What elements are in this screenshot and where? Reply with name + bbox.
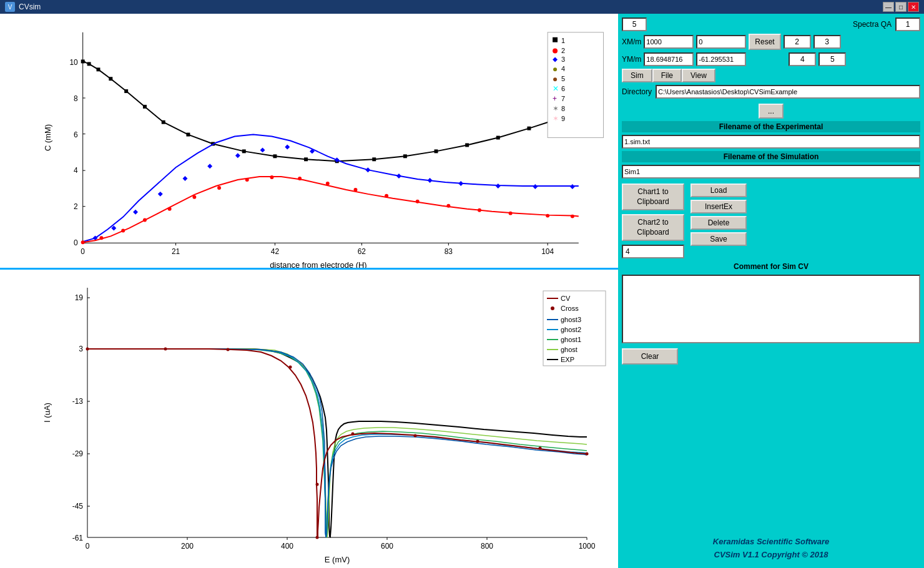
svg-text:21: 21 [172, 247, 180, 256]
svg-point-69 [143, 218, 147, 222]
svg-point-77 [353, 188, 357, 192]
maximize-button[interactable]: □ [895, 2, 907, 12]
chart-num-input[interactable] [622, 245, 684, 258]
svg-point-82 [509, 212, 513, 215]
reset-button[interactable]: Reset [749, 34, 780, 50]
ym-value1-input[interactable] [644, 52, 694, 66]
browse-button[interactable]: ... [759, 104, 784, 119]
svg-text:-61: -61 [72, 534, 84, 542]
svg-text:✕: ✕ [553, 84, 559, 93]
svg-text:2: 2 [74, 202, 78, 211]
spectra-input[interactable] [622, 17, 647, 31]
spectra-qa-label: Spectra QA [853, 20, 892, 29]
num3-input[interactable] [813, 35, 841, 49]
svg-text:4: 4 [561, 65, 565, 72]
svg-point-66 [81, 240, 85, 244]
svg-text:0: 0 [74, 238, 78, 247]
svg-text:6: 6 [74, 130, 78, 139]
svg-point-132 [164, 348, 167, 351]
svg-text:✶: ✶ [553, 104, 559, 113]
chart-top: 0 2 4 6 8 10 C (mM) [0, 14, 618, 270]
svg-text:-29: -29 [72, 449, 84, 458]
svg-text:7: 7 [561, 95, 565, 102]
svg-text:5: 5 [561, 75, 565, 82]
svg-text:1000: 1000 [579, 542, 596, 551]
chart2-svg: 19 3 -13 -29 -45 -61 I (uA) 0 [0, 270, 618, 568]
svg-rect-41 [372, 157, 376, 161]
num5-input[interactable] [818, 52, 846, 66]
svg-point-136 [316, 536, 319, 539]
svg-rect-45 [496, 136, 500, 140]
svg-text:ghost: ghost [561, 346, 578, 353]
svg-text:600: 600 [381, 542, 393, 551]
svg-rect-37 [242, 149, 246, 153]
xm-value1-input[interactable] [644, 35, 694, 49]
right-panel: Spectra QA XM/m Reset YM/m Sim File V [618, 14, 924, 568]
spectra-qa-input[interactable] [895, 17, 920, 31]
ym-label: YM/m [622, 55, 641, 64]
num2-input[interactable] [784, 35, 811, 49]
directory-input[interactable] [656, 85, 920, 99]
insert-ex-button[interactable]: InsertEx [691, 200, 747, 213]
svg-text:800: 800 [481, 542, 493, 551]
comment-label: Comment for Sim CV [622, 261, 920, 272]
menu-view[interactable]: View [682, 69, 715, 82]
svg-text:8: 8 [74, 94, 78, 103]
svg-rect-32 [124, 89, 128, 93]
experimental-header: Filename of the Experimental [622, 121, 920, 132]
chart1-svg: 0 2 4 6 8 10 C (mM) [0, 14, 618, 268]
experimental-filename-input[interactable] [622, 135, 920, 149]
minimize-button[interactable]: — [883, 2, 894, 12]
footer-line2: CVSim V1.1 Copyright © 2018 [622, 549, 920, 562]
svg-point-79 [416, 200, 420, 203]
svg-rect-34 [162, 120, 165, 124]
simulation-filename-input[interactable] [622, 165, 920, 179]
svg-text:0: 0 [86, 542, 90, 551]
svg-text:9: 9 [561, 115, 565, 122]
svg-text:2: 2 [561, 47, 565, 54]
svg-rect-38 [273, 154, 277, 158]
svg-rect-29 [87, 62, 91, 66]
directory-row: Directory [622, 85, 920, 99]
svg-point-145 [551, 306, 554, 310]
svg-rect-42 [403, 154, 407, 158]
svg-text:EXP: EXP [561, 356, 574, 363]
close-button[interactable]: ✕ [908, 2, 919, 12]
svg-point-92 [553, 67, 557, 71]
svg-point-88 [553, 49, 558, 54]
ym-value2-input[interactable] [696, 52, 746, 66]
svg-text:Cross: Cross [561, 305, 579, 312]
num4-input[interactable] [789, 52, 816, 66]
menu-file[interactable]: File [652, 69, 682, 82]
svg-point-67 [99, 236, 103, 240]
svg-text:CV: CV [561, 295, 571, 302]
xm-value2-input[interactable] [696, 35, 746, 49]
svg-point-134 [289, 366, 292, 369]
window-controls[interactable]: — □ ✕ [883, 2, 919, 12]
simulation-header: Filename of the Simulation [622, 151, 920, 162]
svg-point-133 [227, 348, 230, 351]
clear-button[interactable]: Clear [622, 348, 678, 365]
chart1-clipboard-button[interactable]: Chart1 toClipboard [622, 184, 684, 210]
svg-point-71 [192, 195, 196, 199]
svg-text:+: + [553, 94, 557, 103]
load-button[interactable]: Load [691, 184, 747, 197]
svg-text:I (uA): I (uA) [42, 403, 52, 423]
svg-text:-13: -13 [72, 397, 84, 406]
save-button[interactable]: Save [691, 232, 747, 246]
delete-button[interactable]: Delete [691, 216, 747, 230]
action-buttons: Load InsertEx Delete Save [691, 184, 747, 246]
xm-row: XM/m Reset [622, 34, 920, 50]
ym-row: YM/m [622, 52, 920, 66]
svg-rect-33 [143, 105, 147, 109]
charts-panel: 0 2 4 6 8 10 C (mM) [0, 14, 618, 568]
svg-point-75 [298, 177, 302, 180]
footer-text: Keramidas Scientific Software CVSim V1.1… [622, 533, 920, 564]
menu-sim[interactable]: Sim [622, 69, 652, 82]
chart2-clipboard-button[interactable]: Chart2 toClipboard [622, 214, 684, 241]
app-title: CVsim [19, 2, 883, 11]
svg-rect-35 [186, 133, 190, 137]
svg-text:ghost3: ghost3 [561, 316, 581, 323]
svg-text:104: 104 [541, 247, 554, 256]
comment-textarea[interactable] [622, 275, 920, 343]
